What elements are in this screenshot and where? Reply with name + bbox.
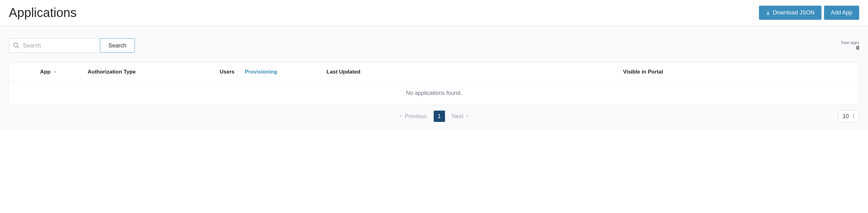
column-header-users[interactable]: Users: [220, 69, 245, 75]
download-icon: [766, 11, 770, 15]
page-size-value: 10: [842, 113, 849, 120]
pagination-current-page[interactable]: 1: [434, 111, 445, 122]
search-icon: [13, 42, 20, 49]
page-title: Applications: [9, 6, 77, 20]
paginator-row: Previous 1 Next 10: [9, 111, 859, 122]
totals-label: Total apps: [841, 40, 859, 45]
table-header-row: App Authorization Type Users Provisionin…: [9, 62, 859, 82]
column-header-last-updated[interactable]: Last Updated: [327, 69, 427, 75]
pagination-next[interactable]: Next: [452, 113, 469, 120]
page-size-select[interactable]: 10: [838, 110, 859, 123]
search-group: Search: [9, 38, 135, 53]
search-button[interactable]: Search: [100, 38, 135, 53]
column-header-auth-type[interactable]: Authorization Type: [88, 69, 220, 75]
svg-line-1: [17, 47, 19, 49]
column-header-visible-in-portal[interactable]: Visible in Portal: [427, 69, 859, 75]
add-app-button[interactable]: Add App: [824, 6, 859, 20]
add-app-label: Add App: [831, 9, 852, 16]
column-header-provisioning[interactable]: Provisioning: [245, 69, 327, 75]
page-header: Applications Download JSON Add App: [0, 0, 868, 26]
search-input-wrap: [9, 38, 100, 53]
svg-marker-3: [853, 117, 855, 118]
chevron-right-icon: [465, 113, 469, 120]
pagination-previous[interactable]: Previous: [399, 113, 427, 120]
search-input[interactable]: [9, 39, 100, 53]
totals-count: 0: [841, 45, 859, 51]
sort-asc-icon: [53, 70, 57, 74]
applications-table: App Authorization Type Users Provisionin…: [9, 62, 859, 105]
svg-point-0: [14, 43, 18, 47]
content-area: Search Total apps 0 App Authorization Ty…: [0, 26, 868, 131]
column-header-app-label: App: [40, 69, 50, 75]
totals-block: Total apps 0: [841, 40, 859, 51]
table-empty-message: No applications found.: [9, 82, 859, 104]
download-json-button[interactable]: Download JSON: [759, 6, 822, 20]
column-header-app[interactable]: App: [9, 69, 88, 75]
svg-marker-2: [853, 114, 855, 116]
header-actions: Download JSON Add App: [759, 6, 859, 20]
select-arrows-icon: [852, 114, 855, 118]
pagination-previous-label: Previous: [404, 113, 427, 120]
chevron-left-icon: [399, 113, 403, 120]
download-json-label: Download JSON: [773, 9, 814, 16]
pagination-next-label: Next: [452, 113, 464, 120]
paginator: Previous 1 Next: [399, 111, 469, 122]
search-row: Search Total apps 0: [9, 38, 859, 53]
